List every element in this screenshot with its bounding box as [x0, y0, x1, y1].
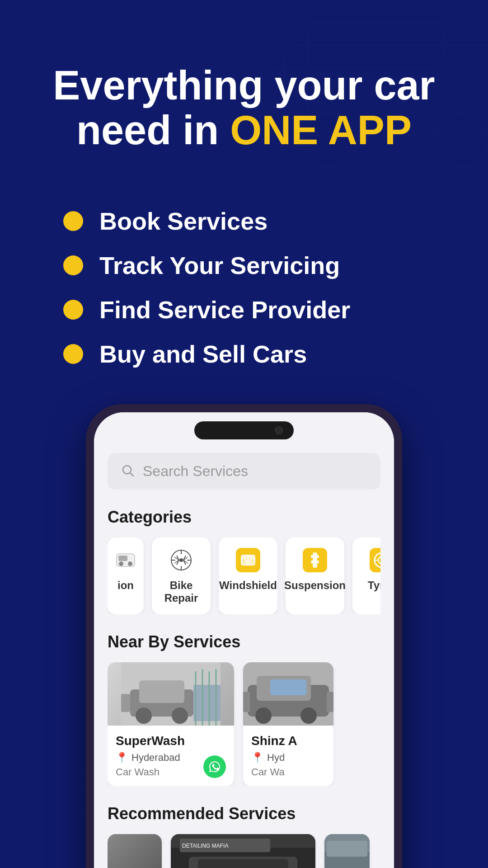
- category-label-bike-repair: Bike Repair: [163, 579, 200, 604]
- service-image-shinz: [243, 662, 333, 726]
- recommended-title: Recommended Services: [108, 804, 380, 823]
- whatsapp-button-1[interactable]: [203, 755, 226, 778]
- phone-notch: [94, 412, 394, 439]
- svg-rect-15: [118, 556, 127, 561]
- nearby-title: Near By Services: [108, 632, 380, 651]
- svg-point-31: [378, 557, 380, 564]
- notch-bar: [194, 421, 294, 439]
- category-icon-tyres: [369, 547, 380, 573]
- recommended-section: Recommended Services ashing: [108, 804, 380, 868]
- location-pin-icon-2: 📍: [251, 752, 263, 764]
- service-card-shinz[interactable]: Shinz A 📍 Hyd Car Wa: [243, 662, 333, 786]
- service-info-shinz: Shinz A 📍 Hyd Car Wa: [243, 726, 333, 786]
- svg-text:DETAILING MAFIA: DETAILING MAFIA: [182, 843, 228, 849]
- feature-label-4: Buy and Sell Cars: [99, 340, 307, 368]
- service-type-shinz: Car Wa: [251, 766, 325, 778]
- features-list: Book Services Track Your Servicing Find …: [63, 207, 461, 368]
- service-name-superwash: SuperWash: [116, 734, 226, 748]
- phone-screen: Search Services Categories: [94, 412, 394, 868]
- svg-line-11: [130, 472, 134, 476]
- category-icon-windshield: [235, 547, 261, 573]
- svg-point-17: [179, 558, 183, 562]
- service-location-shinz: 📍 Hyd: [251, 752, 325, 764]
- service-name-shinz: Shinz A: [251, 734, 325, 748]
- categories-title: Categories: [108, 508, 380, 527]
- categories-row: ion: [108, 538, 380, 614]
- camera-icon: [275, 426, 283, 434]
- svg-rect-39: [139, 680, 184, 703]
- hero-title: Everything your car need in ONE APP: [36, 63, 452, 153]
- main-content: Everything your car need in ONE APP Book…: [0, 0, 488, 868]
- phone-mockup: Search Services Categories: [86, 404, 402, 868]
- svg-rect-54: [243, 692, 250, 712]
- svg-rect-53: [270, 679, 306, 695]
- category-item-partial[interactable]: ion: [108, 538, 144, 614]
- bullet-icon-3: [63, 300, 83, 320]
- svg-point-13: [119, 561, 123, 566]
- category-icon-bike-repair: [169, 547, 194, 573]
- feature-item-3: Find Service Provider: [63, 296, 461, 324]
- service-image-superwash: [108, 662, 234, 726]
- svg-point-52: [300, 708, 317, 724]
- search-icon: [121, 464, 135, 479]
- category-item-bike-repair[interactable]: Bike Repair: [152, 538, 211, 614]
- category-icon-suspension: [302, 547, 328, 573]
- svg-point-51: [255, 708, 272, 724]
- category-item-tyres[interactable]: Tyres: [352, 538, 380, 614]
- svg-rect-61: [198, 859, 288, 868]
- recommended-row: ashing: [108, 834, 380, 868]
- hero-section: Everything your car need in ONE APP: [27, 36, 461, 180]
- hero-highlight: ONE APP: [230, 108, 412, 153]
- bullet-icon-1: [63, 211, 83, 231]
- phone-container: Search Services Categories: [27, 404, 461, 868]
- rec-image-detailing: DETAILING MAFIA: [171, 834, 315, 868]
- rec-image-partial: [108, 834, 162, 868]
- bullet-icon-4: [63, 344, 83, 364]
- svg-rect-55: [327, 692, 333, 712]
- svg-rect-29: [314, 558, 316, 561]
- category-item-windshield[interactable]: Windshield: [219, 538, 277, 614]
- svg-point-41: [172, 708, 188, 724]
- feature-item-2: Track Your Servicing: [63, 251, 461, 279]
- search-placeholder: Search Services: [143, 463, 248, 480]
- location-pin-icon-1: 📍: [116, 752, 128, 764]
- bullet-icon-2: [63, 255, 83, 275]
- feature-item-1: Book Services: [63, 207, 461, 235]
- category-label-suspension: Suspension: [284, 579, 346, 592]
- feature-label-1: Book Services: [99, 207, 267, 235]
- category-label-partial: ion: [117, 579, 134, 592]
- category-item-suspension[interactable]: Suspension: [286, 538, 344, 614]
- feature-item-4: Buy and Sell Cars: [63, 340, 461, 368]
- rec-card-detailing-mafia[interactable]: DETAILING MAFIA The Detailing Mafia Niza…: [171, 834, 315, 868]
- category-label-tyres: Tyres: [368, 579, 380, 592]
- feature-label-3: Find Service Provider: [99, 296, 350, 324]
- service-card-superwash[interactable]: SuperWash 📍 Hyderabad Car Wash: [108, 662, 234, 786]
- category-icon-partial: [113, 547, 138, 573]
- rec-card-partial-right[interactable]: [324, 834, 370, 868]
- svg-rect-66: [327, 841, 367, 857]
- rec-image-right: [324, 834, 370, 868]
- app-screen-content: Search Services Categories: [94, 439, 394, 868]
- feature-label-2: Track Your Servicing: [99, 251, 340, 279]
- search-bar[interactable]: Search Services: [108, 453, 380, 490]
- category-label-windshield: Windshield: [219, 579, 277, 592]
- rec-card-partial-left[interactable]: ashing: [108, 834, 162, 868]
- svg-rect-27: [311, 555, 319, 558]
- svg-point-40: [136, 708, 152, 724]
- svg-point-14: [128, 561, 132, 566]
- svg-rect-42: [121, 694, 130, 712]
- nearby-services-row: SuperWash 📍 Hyderabad Car Wash: [108, 662, 380, 786]
